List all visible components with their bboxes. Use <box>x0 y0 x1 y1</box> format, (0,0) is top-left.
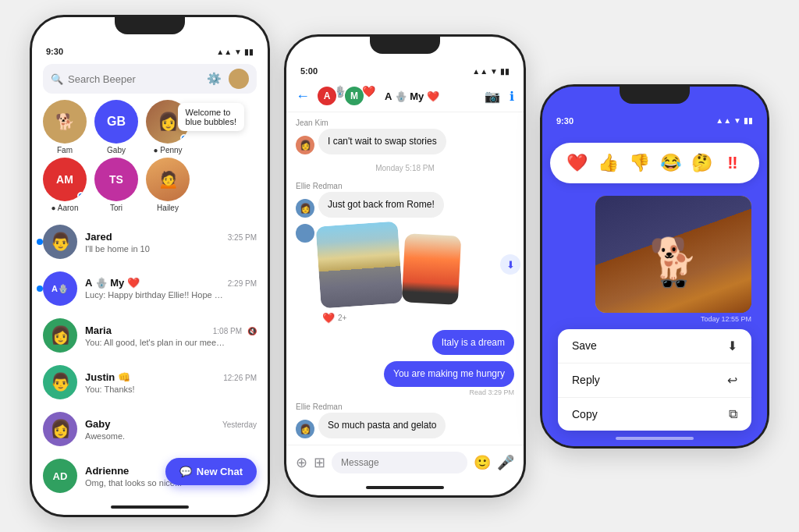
avatar-jean: 👩 <box>296 136 314 154</box>
react-exclaim[interactable]: ‼️ <box>719 149 747 177</box>
status-bar-2: 5:00 ▲▲ ▼ ▮▮ <box>286 59 524 80</box>
chat-header-info: A 🪬 M ❤️ A 🪬 My ❤️ <box>316 85 478 107</box>
chat-icon: 💬 <box>179 466 192 477</box>
msg-ellie-2: Ellie Redman 👩 So much pasta and gelato <box>296 403 514 438</box>
react-thumbsup[interactable]: 👍 <box>594 149 622 177</box>
avatar-ellie-2: 👩 <box>296 420 314 438</box>
timestamp-monday: Monday 5:18 PM <box>296 164 514 172</box>
story-fam[interactable]: 🐕 Fam <box>43 100 87 154</box>
wifi-icon: ▼ <box>234 48 242 56</box>
emoji-reaction-container: ❤️ 👍 👎 😂 🤔 ‼️ <box>542 130 767 196</box>
save-label: Save <box>572 339 597 352</box>
chat-title: A 🪬 My ❤️ <box>385 90 439 102</box>
back-button[interactable]: ← <box>296 88 310 105</box>
voice-icon[interactable]: 🎤 <box>497 454 514 471</box>
chat-content-maria: Maria 1:08 PM 🔇 You: All good, let's pla… <box>85 325 257 347</box>
stories-row-2: AM ● Aaron TS Tori 🙍 Hailey <box>32 158 268 212</box>
signal-icon: ▲▲ <box>216 48 232 56</box>
settings-icon[interactable]: ⚙️ <box>204 69 224 89</box>
chat-list: 👨 Jared 3:25 PM I'll be home in 10 A🪬 <box>32 218 268 499</box>
react-thinking[interactable]: 🤔 <box>687 149 716 177</box>
story-gaby[interactable]: GB Gaby <box>94 100 138 154</box>
reaction-count: 2+ <box>338 314 346 322</box>
react-heart[interactable]: ❤️ <box>563 149 591 177</box>
status-icons-1: ▲▲ ▼ ▮▮ <box>216 48 254 56</box>
phone-3: 9:30 ▲▲ ▼ ▮▮ ❤️ 👍 👎 😂 🤔 ‼️ <box>540 84 769 449</box>
chat-content-gaby: Gaby Yesterday Awesome. <box>85 418 257 441</box>
home-indicator-3 <box>542 431 767 446</box>
context-menu: Save ⬇ Reply ↩ Copy ⧉ <box>558 329 751 431</box>
signal-icon-3: ▲▲ <box>716 116 731 125</box>
unread-indicator-2 <box>37 286 43 292</box>
context-copy[interactable]: Copy ⧉ <box>558 398 751 431</box>
msg-outgoing-2: You are making me hungry Read 3:29 PM <box>296 361 514 396</box>
battery-icon-3: ▮▮ <box>744 116 753 125</box>
time-3: 9:30 <box>556 116 574 126</box>
message-input[interactable] <box>332 452 467 473</box>
dog-photo-container: 🐕 🕶️ Today 12:55 PM <box>542 196 767 323</box>
mute-icon: 🔇 <box>247 327 257 335</box>
new-chat-button[interactable]: 💬 New Chat <box>165 458 257 485</box>
msg-jean-kim: Jean Kim 👩 I can't wait to swap stories <box>296 119 514 154</box>
chat-item-justin[interactable]: 👨 Justin 👊 12:26 PM You: Thanks! <box>32 359 268 406</box>
status-icons-2: ▲▲ ▼ ▮▮ <box>472 67 510 76</box>
header-icons: 📷 ℹ <box>485 89 514 104</box>
bubble-ellie-1: Just got back from Rome! <box>318 192 444 218</box>
video-icon[interactable]: 📷 <box>485 89 500 104</box>
search-input[interactable] <box>68 73 199 85</box>
avatar-justin: 👨 <box>43 365 77 399</box>
notch-1 <box>115 17 185 34</box>
react-laugh[interactable]: 😂 <box>656 149 684 177</box>
download-button[interactable]: ⬇ <box>500 254 520 275</box>
search-icon: 🔍 <box>51 73 63 85</box>
chat-item-gaby[interactable]: 👩 Gaby Yesterday Awesome. <box>32 406 268 452</box>
chat-content-justin: Justin 👊 12:26 PM You: Thanks! <box>85 371 257 394</box>
story-aaron[interactable]: AM ● Aaron <box>43 158 87 212</box>
time-1: 9:30 <box>46 47 63 56</box>
header-avatars: A 🪬 M ❤️ <box>316 85 375 107</box>
time-2: 5:00 <box>300 66 318 76</box>
info-icon[interactable]: ℹ <box>510 89 514 104</box>
story-tori[interactable]: TS Tori <box>94 158 138 212</box>
wifi-icon-2: ▼ <box>490 67 498 76</box>
emoji-reaction-bar: ❤️ 👍 👎 😂 🤔 ‼️ <box>550 143 759 183</box>
msg-ellie-1: Ellie Redman 👩 Just got back from Rome! <box>296 182 514 218</box>
sender-jean: Jean Kim <box>296 119 328 127</box>
add-icon[interactable]: ⊕ <box>296 454 307 471</box>
dog-image: 🐕 🕶️ <box>595 196 751 313</box>
bubble-jean: I can't wait to swap stories <box>318 129 446 154</box>
bubble-ellie-2: So much pasta and gelato <box>318 413 446 438</box>
dog-photo: 🐕 🕶️ <box>595 196 751 313</box>
avatar-ellie: 👩 <box>296 199 314 218</box>
emoji-icon[interactable]: 🙂 <box>474 454 491 471</box>
home-indicator-1 <box>32 499 268 515</box>
avatar-ellie-photo <box>296 224 314 243</box>
unread-indicator <box>37 239 43 245</box>
battery-icon: ▮▮ <box>244 48 254 56</box>
chat-item-jared[interactable]: 👨 Jared 3:25 PM I'll be home in 10 <box>32 218 268 265</box>
message-input-bar: ⊕ ⊞ 🙂 🎤 <box>286 445 524 480</box>
context-save[interactable]: Save ⬇ <box>558 329 751 364</box>
chat-item-group[interactable]: A🪬 A 🪬 My ❤️ 2:29 PM Lucy: Happy birthda… <box>32 265 268 312</box>
chat-item-maria[interactable]: 👩 Maria 1:08 PM 🔇 You: All good, let's p… <box>32 312 268 359</box>
drink-photo <box>402 233 462 305</box>
search-bar[interactable]: 🔍 ⚙️ <box>43 64 257 94</box>
avatar-group: A🪬 <box>43 271 77 306</box>
chat-header: ← A 🪬 M ❤️ A 🪬 My ❤️ 📷 ℹ <box>286 80 524 112</box>
message-reactions: ❤️ 2+ <box>322 312 514 324</box>
notch-2 <box>370 37 440 54</box>
react-thumbsdown[interactable]: 👎 <box>625 149 653 177</box>
street-photo <box>315 221 403 308</box>
avatar-a: A <box>316 85 338 107</box>
apps-icon[interactable]: ⊞ <box>314 454 325 471</box>
avatar-maria: 👩 <box>43 318 77 353</box>
photo-timestamp: Today 12:55 PM <box>701 315 751 323</box>
search-bar-actions: ⚙️ <box>204 69 249 89</box>
phone-2: 5:00 ▲▲ ▼ ▮▮ ← A 🪬 M ❤️ A 🪬 My <box>284 34 526 498</box>
context-reply[interactable]: Reply ↩ <box>558 364 751 398</box>
read-receipt: Read 3:29 PM <box>469 388 514 396</box>
chat-content-jared: Jared 3:25 PM I'll be home in 10 <box>85 231 257 254</box>
save-icon: ⬇ <box>727 339 737 353</box>
user-avatar[interactable] <box>229 69 249 89</box>
story-hailey[interactable]: 🙍 Hailey <box>146 158 190 212</box>
